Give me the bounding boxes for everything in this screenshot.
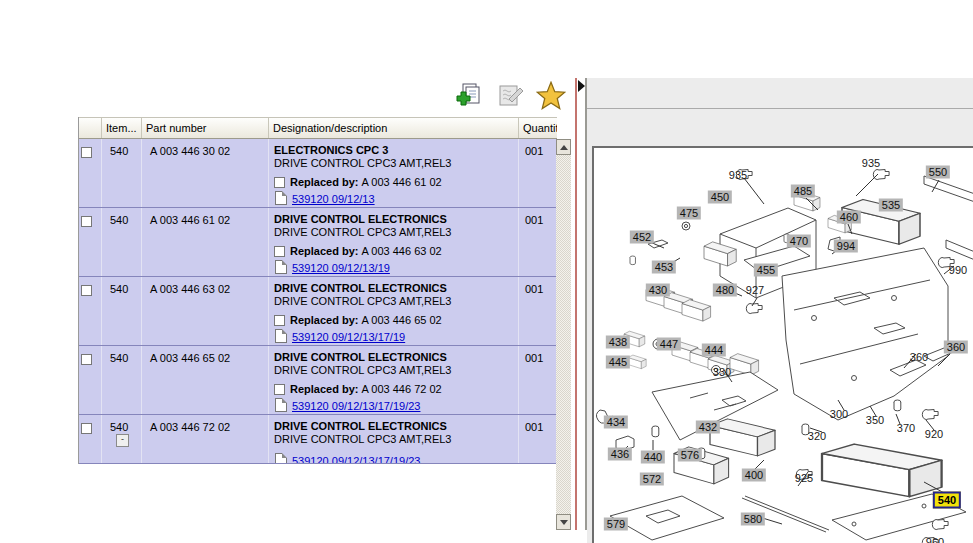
document-icon xyxy=(275,398,287,412)
panel-splitter[interactable] xyxy=(575,78,577,530)
replacement-part-number: A 003 446 63 02 xyxy=(362,245,442,257)
footnote-line: 539120 09/12/13/19 xyxy=(274,260,518,274)
part-label-960[interactable]: 960 xyxy=(926,536,944,543)
splitter-collapse-arrow[interactable] xyxy=(578,80,585,92)
part-label-935[interactable]: 935 xyxy=(729,169,747,182)
part-label-990[interactable]: 990 xyxy=(949,264,967,277)
part-label-444[interactable]: 444 xyxy=(702,344,726,357)
part-label-432[interactable]: 432 xyxy=(696,421,720,434)
footnote-link[interactable]: 539120 09/12/13/17/19/23 xyxy=(292,400,420,412)
diagram-header-divider xyxy=(587,108,973,109)
part-label-925[interactable]: 925 xyxy=(795,472,813,485)
column-header-select[interactable] xyxy=(79,118,102,138)
quantity-cell: 001 xyxy=(519,415,557,463)
row-checkbox[interactable] xyxy=(81,423,92,434)
scroll-down-button[interactable] xyxy=(556,514,571,530)
part-label-927[interactable]: 927 xyxy=(746,284,764,297)
part-label-460[interactable]: 460 xyxy=(837,211,861,224)
part-label-360[interactable]: 360 xyxy=(910,351,928,364)
scrollbar-track[interactable] xyxy=(556,155,571,514)
item-number: 540 xyxy=(110,145,128,157)
part-label-438[interactable]: 438 xyxy=(606,336,630,349)
part-subtitle: DRIVE CONTROL CPC3 AMT,REL3 xyxy=(274,295,518,308)
part-label-452[interactable]: 452 xyxy=(630,231,654,244)
replaced-checkbox[interactable] xyxy=(274,315,285,326)
table-row[interactable]: 540A 003 446 63 02DRIVE CONTROL ELECTRON… xyxy=(79,277,557,346)
part-label-445[interactable]: 445 xyxy=(606,356,630,369)
row-checkbox[interactable] xyxy=(81,147,92,158)
part-label-470[interactable]: 470 xyxy=(787,235,811,248)
part-label-455[interactable]: 455 xyxy=(754,264,778,277)
row-select-cell xyxy=(79,346,102,414)
part-title: ELECTRONICS CPC 3 xyxy=(274,143,518,157)
description-cell: DRIVE CONTROL ELECTRONICSDRIVE CONTROL C… xyxy=(269,346,519,414)
table-body: 540A 003 446 30 02ELECTRONICS CPC 3DRIVE… xyxy=(79,139,557,464)
part-label-580[interactable]: 580 xyxy=(741,513,765,526)
part-label-535[interactable]: 535 xyxy=(879,199,903,212)
table-row[interactable]: 540A 003 446 65 02DRIVE CONTROL ELECTRON… xyxy=(79,346,557,415)
part-subtitle: DRIVE CONTROL CPC3 AMT,REL3 xyxy=(274,364,518,377)
column-header-part-number[interactable]: Part number xyxy=(142,118,269,138)
part-label-320[interactable]: 320 xyxy=(808,430,826,443)
add-documents-icon[interactable] xyxy=(453,81,483,111)
footnote-link[interactable]: 539120 09/12/13 xyxy=(292,193,375,205)
edit-note-icon[interactable] xyxy=(496,81,526,111)
table-row[interactable]: 540A 003 446 61 02DRIVE CONTROL ELECTRON… xyxy=(79,208,557,277)
part-label-447[interactable]: 447 xyxy=(657,338,681,351)
row-select-cell xyxy=(79,139,102,207)
footnote-link[interactable]: 539120 09/12/13/17/19 xyxy=(292,331,405,343)
table-row[interactable]: 540-A 003 446 72 02DRIVE CONTROL ELECTRO… xyxy=(79,415,557,464)
column-header-item[interactable]: Item... xyxy=(102,118,142,138)
part-label-370[interactable]: 370 xyxy=(897,422,915,435)
replaced-checkbox[interactable] xyxy=(274,246,285,257)
part-label-579[interactable]: 579 xyxy=(604,518,628,531)
footnote-link[interactable]: 539120 09/12/13/17/19/23 xyxy=(292,455,420,463)
item-number: 540 xyxy=(110,283,128,295)
column-header-designation[interactable]: Designation/description xyxy=(269,118,519,138)
part-label-935[interactable]: 935 xyxy=(862,157,880,170)
description-cell: ELECTRONICS CPC 3DRIVE CONTROL CPC3 AMT,… xyxy=(269,139,519,207)
collapse-row-button[interactable]: - xyxy=(116,434,129,447)
part-number-cell: A 003 446 72 02 xyxy=(142,415,269,463)
column-header-quantity[interactable]: Quantity xyxy=(519,118,557,138)
parts-table: Item... Part number Designation/descript… xyxy=(78,117,557,464)
part-label-350[interactable]: 350 xyxy=(866,414,884,427)
table-row[interactable]: 540A 003 446 30 02ELECTRONICS CPC 3DRIVE… xyxy=(79,139,557,208)
part-label-550[interactable]: 550 xyxy=(926,166,950,179)
part-label-430[interactable]: 430 xyxy=(646,284,670,297)
part-label-920[interactable]: 920 xyxy=(925,428,943,441)
part-label-540[interactable]: 540 xyxy=(933,492,961,509)
replaced-checkbox[interactable] xyxy=(274,177,285,188)
favorites-star-icon[interactable] xyxy=(536,81,566,111)
row-checkbox[interactable] xyxy=(81,216,92,227)
part-label-485[interactable]: 485 xyxy=(791,185,815,198)
part-label-572[interactable]: 572 xyxy=(640,473,664,486)
replacement-part-number: A 003 446 72 02 xyxy=(362,383,442,395)
part-label-994[interactable]: 994 xyxy=(834,240,858,253)
part-label-330[interactable]: 330 xyxy=(713,366,731,379)
part-label-360[interactable]: 360 xyxy=(944,341,968,354)
part-label-300[interactable]: 300 xyxy=(830,408,848,421)
part-label-480[interactable]: 480 xyxy=(713,284,737,297)
row-select-cell xyxy=(79,415,102,463)
part-label-576[interactable]: 576 xyxy=(678,449,702,462)
document-icon xyxy=(275,329,287,343)
quantity-cell: 001 xyxy=(519,277,557,345)
part-label-453[interactable]: 453 xyxy=(652,261,676,274)
replaced-by-line: Replaced by: A 003 446 63 02 xyxy=(274,245,518,257)
replaced-checkbox[interactable] xyxy=(274,384,285,395)
part-label-475[interactable]: 475 xyxy=(677,207,701,220)
parts-diagram: 9354504754859355505354604529944704534554… xyxy=(592,146,973,543)
row-checkbox[interactable] xyxy=(81,285,92,296)
part-label-436[interactable]: 436 xyxy=(608,448,632,461)
part-label-400[interactable]: 400 xyxy=(742,469,766,482)
part-subtitle: DRIVE CONTROL CPC3 AMT,REL3 xyxy=(274,226,518,239)
footnote-line: 539120 09/12/13 xyxy=(274,191,518,205)
row-checkbox[interactable] xyxy=(81,354,92,365)
part-label-450[interactable]: 450 xyxy=(708,191,732,204)
part-label-434[interactable]: 434 xyxy=(604,416,628,429)
quantity-cell: 001 xyxy=(519,346,557,414)
scroll-up-button[interactable] xyxy=(556,139,571,155)
part-label-440[interactable]: 440 xyxy=(641,451,665,464)
footnote-link[interactable]: 539120 09/12/13/19 xyxy=(292,262,390,274)
